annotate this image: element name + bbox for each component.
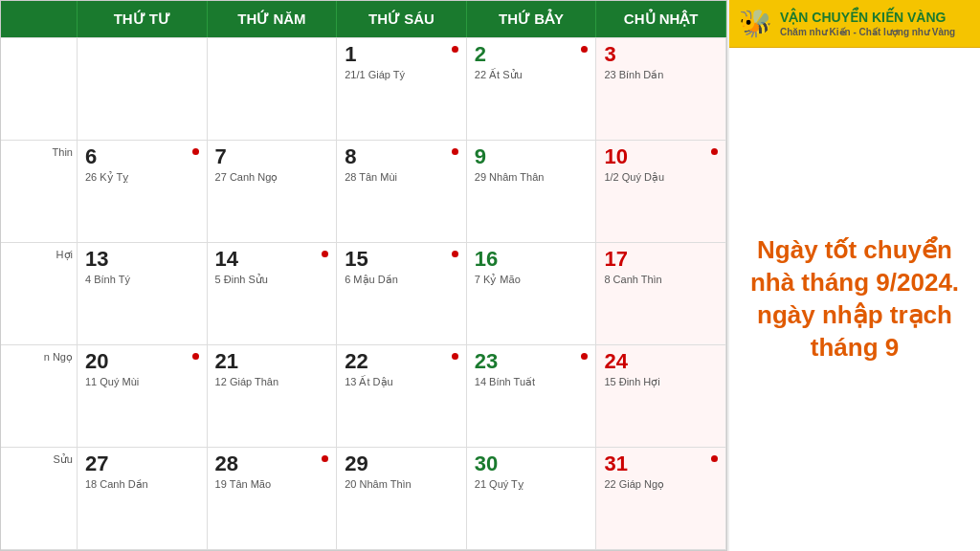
day-number: 8 bbox=[345, 146, 458, 167]
dot-indicator bbox=[452, 251, 458, 257]
lunar-date: 8 Canh Thìn bbox=[604, 274, 718, 285]
day-number: 30 bbox=[475, 453, 589, 474]
dot-indicator bbox=[452, 46, 458, 53]
row-label: n Ngọ bbox=[1, 345, 78, 447]
calendar-cell: 2314 Bính Tuất bbox=[467, 345, 597, 447]
header-sat: THỨ BẢY bbox=[467, 1, 597, 37]
day-number: 13 bbox=[85, 249, 199, 270]
lunar-date: 4 Bính Tý bbox=[85, 274, 199, 285]
day-number: 23 bbox=[475, 351, 589, 372]
day-number: 21 bbox=[215, 351, 329, 372]
header-fri: THỨ SÁU bbox=[337, 1, 467, 37]
calendar-cell: 134 Bính Tý bbox=[78, 243, 208, 344]
day-number: 15 bbox=[345, 249, 458, 270]
calendar-row: n Ngọ2011 Quý Mùi2112 Giáp Thân2213 Ất D… bbox=[1, 345, 726, 448]
calendar-cell bbox=[78, 38, 208, 140]
day-number: 29 bbox=[345, 453, 458, 474]
calendar-body: 121/1 Giáp Tý222 Ất Sửu323 Bính DầnThin6… bbox=[1, 37, 726, 550]
lunar-date: 14 Bính Tuất bbox=[475, 376, 589, 388]
tagline: Chăm như Kiến - Chất lượng như Vàng bbox=[780, 26, 955, 38]
calendar-header: THỨ TƯ THỨ NĂM THỨ SÁU THỨ BẢY CHỦ NHẬT bbox=[1, 1, 726, 37]
calendar-cell: 828 Tân Mùi bbox=[337, 141, 467, 242]
day-number: 3 bbox=[604, 44, 718, 65]
calendar-cell: 121/1 Giáp Tý bbox=[337, 38, 467, 140]
calendar-row: 121/1 Giáp Tý222 Ất Sửu323 Bính Dần bbox=[1, 38, 726, 141]
header-wed: THỨ TƯ bbox=[78, 1, 208, 37]
logo-area: 🐝 VẬN CHUYỂN KIẾN VÀNG Chăm như Kiến - C… bbox=[729, 0, 980, 48]
calendar-cell: 145 Đinh Sửu bbox=[208, 243, 338, 344]
day-number: 1 bbox=[345, 44, 458, 65]
dot-indicator bbox=[711, 148, 718, 155]
calendar-cell bbox=[208, 38, 338, 140]
calendar-cell: 2112 Giáp Thân bbox=[208, 345, 338, 447]
row-label: Sửu bbox=[1, 448, 78, 549]
lunar-date: 7 Kỷ Mão bbox=[475, 274, 589, 286]
header-sun: CHỦ NHẬT bbox=[596, 1, 726, 37]
calendar-cell: 2819 Tân Mão bbox=[208, 448, 338, 549]
lunar-date: 15 Đinh Hợi bbox=[604, 376, 718, 388]
calendar-cell: 222 Ất Sửu bbox=[467, 38, 597, 140]
day-number: 7 bbox=[215, 146, 329, 167]
calendar-cell: 2718 Canh Dần bbox=[78, 448, 208, 549]
lunar-date: 18 Canh Dần bbox=[85, 478, 199, 491]
calendar: THỨ TƯ THỨ NĂM THỨ SÁU THỨ BẢY CHỦ NHẬT … bbox=[0, 0, 727, 551]
calendar-cell: 167 Kỷ Mão bbox=[467, 243, 597, 344]
calendar-cell: 101/2 Quý Dậu bbox=[596, 141, 726, 242]
dot-indicator bbox=[192, 148, 199, 155]
lunar-date: 26 Kỷ Tỵ bbox=[85, 171, 199, 184]
day-number: 16 bbox=[475, 249, 589, 270]
day-number: 22 bbox=[345, 351, 458, 372]
promo-text: Ngày tốt chuyển nhà tháng 9/2024. ngày n… bbox=[729, 48, 980, 551]
row-label bbox=[1, 38, 78, 140]
lunar-date: 5 Đinh Sửu bbox=[215, 274, 329, 286]
lunar-date: 19 Tân Mão bbox=[215, 478, 329, 490]
lunar-date: 13 Ất Dậu bbox=[345, 376, 458, 388]
calendar-cell: 2213 Ất Dậu bbox=[337, 345, 467, 447]
calendar-cell: 2011 Quý Mùi bbox=[78, 345, 208, 447]
brand-name: VẬN CHUYỂN KIẾN VÀNG bbox=[780, 9, 955, 26]
lunar-date: 29 Nhâm Thân bbox=[475, 171, 589, 183]
lunar-date: 20 Nhâm Thìn bbox=[345, 478, 458, 490]
dot-indicator bbox=[192, 353, 199, 360]
day-number: 2 bbox=[475, 44, 589, 65]
lunar-date: 21/1 Giáp Tý bbox=[345, 69, 458, 80]
lunar-date: 22 Giáp Ngọ bbox=[604, 478, 718, 491]
day-number: 31 bbox=[604, 453, 718, 474]
calendar-row: Thin626 Kỷ Tỵ727 Canh Ngọ828 Tân Mùi929 … bbox=[1, 141, 726, 243]
row-label: Hợi bbox=[1, 243, 78, 344]
lunar-date: 21 Quý Tỵ bbox=[475, 478, 589, 491]
calendar-cell: 929 Nhâm Thân bbox=[467, 141, 597, 242]
calendar-row: Sửu2718 Canh Dần2819 Tân Mão2920 Nhâm Th… bbox=[1, 448, 726, 550]
calendar-row: Hợi134 Bính Tý145 Đinh Sửu156 Mậu Dần167… bbox=[1, 243, 726, 345]
header-thu: THỨ NĂM bbox=[208, 1, 338, 37]
lunar-date: 12 Giáp Thân bbox=[215, 376, 329, 387]
lunar-date: 1/2 Quý Dậu bbox=[604, 171, 718, 184]
day-number: 24 bbox=[604, 351, 718, 372]
lunar-date: 22 Ất Sửu bbox=[475, 69, 589, 81]
row-label: Thin bbox=[1, 141, 78, 242]
bee-icon: 🐝 bbox=[739, 8, 772, 39]
dot-indicator bbox=[452, 353, 458, 360]
day-number: 20 bbox=[85, 351, 199, 372]
calendar-cell: 156 Mậu Dần bbox=[337, 243, 467, 344]
dot-indicator bbox=[711, 455, 718, 462]
day-number: 6 bbox=[85, 146, 199, 167]
day-number: 14 bbox=[215, 249, 329, 270]
lunar-date: 23 Bính Dần bbox=[604, 69, 718, 81]
calendar-cell: 323 Bính Dần bbox=[596, 38, 726, 140]
calendar-cell: 2415 Đinh Hợi bbox=[596, 345, 726, 447]
dot-indicator bbox=[452, 148, 458, 155]
lunar-date: 28 Tân Mùi bbox=[345, 171, 458, 183]
day-number: 17 bbox=[604, 249, 718, 270]
logo-text: VẬN CHUYỂN KIẾN VÀNG Chăm như Kiến - Chấ… bbox=[780, 9, 955, 38]
calendar-cell: 727 Canh Ngọ bbox=[208, 141, 338, 242]
calendar-cell: 2920 Nhâm Thìn bbox=[337, 448, 467, 549]
sidebar: 🐝 VẬN CHUYỂN KIẾN VÀNG Chăm như Kiến - C… bbox=[727, 0, 980, 551]
lunar-date: 27 Canh Ngọ bbox=[215, 171, 329, 184]
lunar-date: 11 Quý Mùi bbox=[85, 376, 199, 387]
day-number: 28 bbox=[215, 453, 329, 474]
day-number: 10 bbox=[604, 146, 718, 167]
calendar-cell: 3021 Quý Tỵ bbox=[467, 448, 597, 549]
calendar-cell: 3122 Giáp Ngọ bbox=[596, 448, 726, 549]
lunar-date: 6 Mậu Dần bbox=[345, 274, 458, 286]
